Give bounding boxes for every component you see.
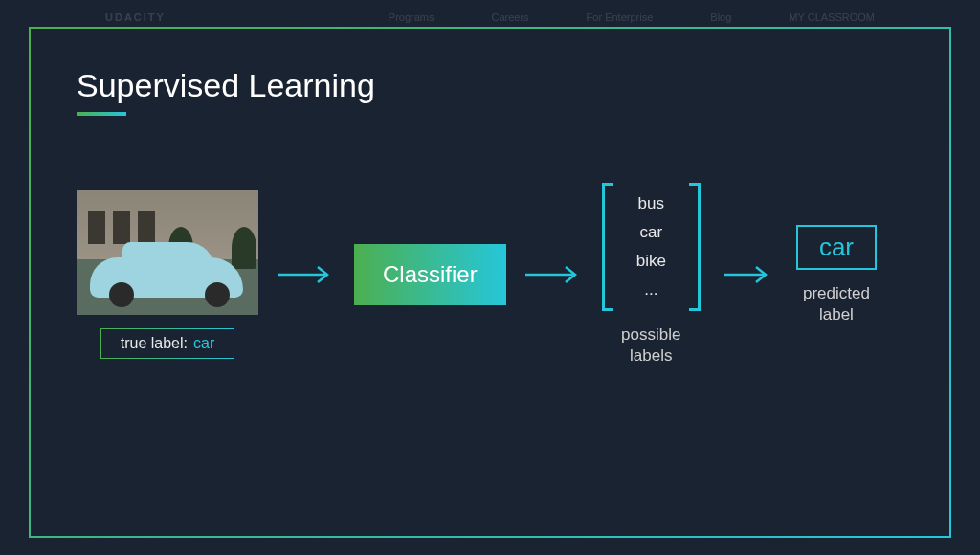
classifier-column: Classifier	[354, 244, 506, 305]
labels-brackets: bus car bike ...	[602, 183, 701, 311]
top-nav-ghost: UDACITY Programs Careers For Enterprise …	[0, 6, 980, 29]
bracket-left-icon	[602, 183, 613, 311]
true-label-prefix: true label:	[121, 335, 188, 352]
nav-item: For Enterprise	[587, 11, 654, 23]
predicted-label-box: car	[796, 225, 877, 270]
label-item: bus	[636, 194, 666, 213]
nav-item: Careers	[491, 11, 528, 23]
prediction-column: car predicted label	[796, 225, 877, 325]
arrow-icon	[718, 265, 779, 284]
classifier-box: Classifier	[354, 244, 506, 305]
true-label-box: true label: car	[100, 328, 235, 359]
true-label-value: car	[193, 335, 214, 352]
nav-item: Programs	[389, 11, 434, 23]
bracket-right-icon	[689, 183, 701, 311]
input-column: true label: car	[77, 190, 258, 359]
logo: UDACITY	[105, 11, 166, 23]
possible-labels-caption: possible labels	[621, 324, 680, 366]
arrow-icon	[523, 265, 585, 284]
predicted-label-caption: predicted label	[803, 283, 870, 325]
arrow-icon	[276, 265, 337, 284]
label-item: bike	[636, 252, 666, 271]
possible-labels-column: bus car bike ... possible labels	[602, 183, 701, 366]
label-item: ...	[636, 280, 666, 300]
slide-title: Supervised Learning	[77, 67, 903, 104]
possible-labels-list: bus car bike ...	[623, 183, 679, 311]
title-underline	[77, 112, 126, 116]
diagram-flow: true label: car Classifier bus	[77, 183, 903, 366]
label-item: car	[636, 223, 666, 242]
input-image-car	[77, 190, 258, 315]
nav-item: MY CLASSROOM	[789, 11, 875, 23]
slide-frame: Supervised Learning true label: car	[29, 27, 951, 538]
nav-item: Blog	[710, 11, 731, 23]
